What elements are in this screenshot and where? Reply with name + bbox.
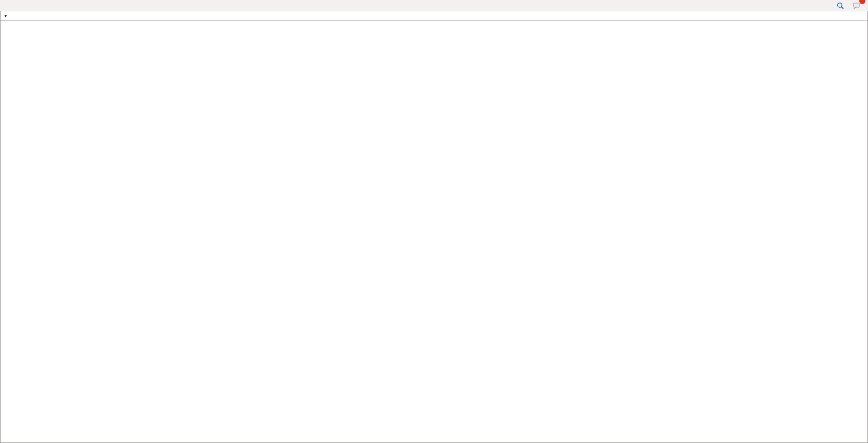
toolbar [0, 0, 868, 11]
notifications-button[interactable] [851, 0, 863, 11]
chart-header[interactable]: ▼ [1, 11, 867, 21]
search-button[interactable] [834, 0, 846, 11]
chart-window: ▼ [0, 11, 868, 443]
chart-canvas[interactable] [1, 21, 867, 442]
chevron-down-icon[interactable]: ▼ [4, 14, 8, 18]
notification-badge [859, 0, 865, 4]
search-icon [836, 2, 844, 10]
